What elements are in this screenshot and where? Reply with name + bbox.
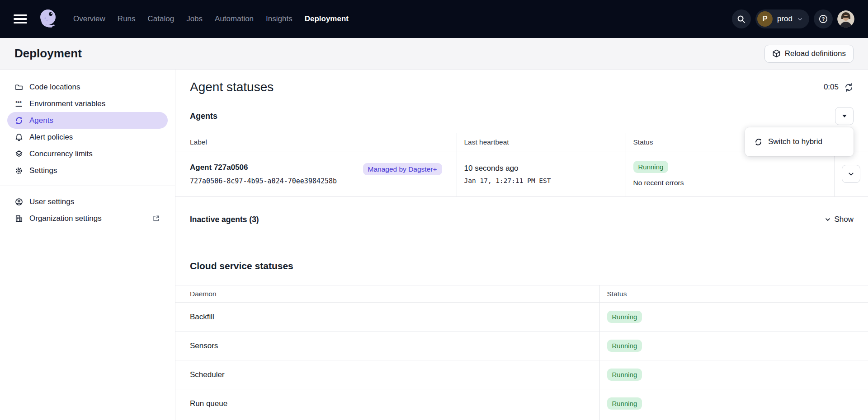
daemon-name: Run queue [175,389,599,418]
sidebar-item-organization-settings[interactable]: Organization settings [7,210,168,227]
column-header-label: Label [175,133,457,151]
sidebar-item-environment-variables[interactable]: *** Environment variables [7,95,168,112]
sidebar-item-user-settings[interactable]: User settings [7,193,168,210]
agent-name: Agent 727a0506 [190,163,337,172]
dagster-logo-icon[interactable] [36,6,60,32]
page-header: Deployment Reload definitions [0,38,868,70]
user-avatar[interactable] [837,10,854,28]
cloud-table-header: Daemon Status [175,285,868,303]
status-badge: Running [607,340,642,352]
column-header-daemon: Daemon [175,285,599,303]
deployment-avatar: P [757,11,773,27]
nav-item-automation[interactable]: Automation [215,14,254,23]
chevron-down-icon [797,16,803,22]
reload-cube-icon [772,49,781,58]
agent-icon [755,138,762,146]
help-button[interactable]: ? [814,9,833,28]
daemon-row: Sensors Running [175,331,868,360]
daemon-row: Scheduler Running [175,360,868,389]
sidebar-divider [0,186,175,186]
cloud-service-statuses-heading: Cloud service statuses [190,259,854,273]
sidebar-item-agents[interactable]: Agents [7,112,168,129]
agent-icon [15,117,23,125]
nav-item-catalog[interactable]: Catalog [148,14,175,23]
bell-icon [15,133,23,141]
sidebar-item-label: Settings [29,166,57,175]
column-header-status: Status [599,285,868,303]
heartbeat-relative: 10 seconds ago [464,164,618,173]
folder-icon [15,83,23,91]
sidebar-item-label: Environment variables [29,99,105,108]
sidebar-item-label: Concurrency limits [29,149,93,159]
status-note: No recent errors [633,179,827,187]
show-label: Show [834,215,854,224]
gear-icon [15,167,23,175]
status-badge: Running [607,397,642,410]
daemon-name: Backfill [175,303,599,331]
deployment-switcher[interactable]: P prod [755,9,809,28]
reload-definitions-button[interactable]: Reload definitions [764,45,854,63]
caret-down-icon [842,115,847,117]
menu-item-label: Switch to hybrid [768,137,822,146]
agents-dropdown-menu: Switch to hybrid [745,127,854,156]
status-badge: Running [633,161,669,173]
nav-item-deployment[interactable]: Deployment [305,14,349,23]
settings-sidebar: Code locations *** Environment variables… [0,70,175,420]
reload-definitions-label: Reload definitions [785,49,846,58]
inactive-agents-show-toggle[interactable]: Show [825,215,854,224]
column-header-last-heartbeat: Last heartbeat [457,133,626,151]
refresh-button[interactable] [844,83,854,92]
sidebar-item-alert-policies[interactable]: Alert policies [7,129,168,145]
sidebar-item-code-locations[interactable]: Code locations [7,79,168,95]
refresh-countdown: 0:05 [824,83,839,92]
env-vars-icon: *** [15,100,23,108]
deployment-name: prod [777,14,793,23]
user-icon [15,198,23,206]
chevron-down-icon [848,171,854,177]
cloud-services-table: Daemon Status Backfill Running Sensors R… [175,285,868,420]
agents-section-title: Agents [190,112,217,121]
inactive-agents-title: Inactive agents (3) [190,215,259,224]
main-panel: Agent statuses 0:05 Agents Label Last he… [175,70,868,420]
top-nav: Overview Runs Catalog Jobs Automation In… [0,0,868,38]
heartbeat-timestamp: Jan 17, 1:27:11 PM EST [464,177,618,184]
nav-item-runs[interactable]: Runs [118,14,136,23]
sidebar-item-label: User settings [29,197,74,206]
status-badge: Running [607,311,642,323]
nav-right-cluster: P prod ? [732,9,854,28]
sidebar-item-label: Code locations [29,83,80,92]
sidebar-item-label: Organization settings [29,214,102,223]
building-icon [15,215,23,223]
external-link-icon [152,215,160,222]
status-badge: Running [607,369,642,381]
layers-icon [15,150,23,158]
daemon-name: Sensors [175,331,599,360]
search-icon [737,15,745,23]
daemon-row [175,418,868,420]
sidebar-item-settings[interactable]: Settings [7,162,168,179]
daemon-row: Backfill Running [175,303,868,331]
nav-item-jobs[interactable]: Jobs [186,14,203,23]
daemon-name: Scheduler [175,360,599,389]
svg-text:***: *** [15,100,22,106]
sidebar-item-label: Alert policies [29,133,73,142]
help-icon: ? [818,14,828,24]
menu-item-switch-to-hybrid[interactable]: Switch to hybrid [745,131,854,153]
primary-nav: Overview Runs Catalog Jobs Automation In… [73,14,349,23]
agent-id: 727a0506-8c97-4b95-a024-70ee3984258b [190,177,337,185]
search-button[interactable] [732,9,751,28]
sidebar-item-concurrency-limits[interactable]: Concurrency limits [7,145,168,162]
agent-row: Agent 727a0506 727a0506-8c97-4b95-a024-7… [175,151,868,197]
svg-text:?: ? [822,16,825,22]
nav-item-overview[interactable]: Overview [73,14,105,23]
agents-menu-button[interactable] [835,107,854,125]
agent-statuses-heading: Agent statuses [190,80,274,94]
chevron-down-icon [825,216,831,223]
sidebar-item-label: Agents [29,116,53,125]
managed-badge: Managed by Dagster+ [363,163,442,175]
menu-icon[interactable] [14,14,27,24]
daemon-row: Run queue Running [175,389,868,418]
refresh-icon [844,83,854,92]
agent-row-menu-button[interactable] [842,165,860,183]
nav-item-insights[interactable]: Insights [266,14,292,23]
